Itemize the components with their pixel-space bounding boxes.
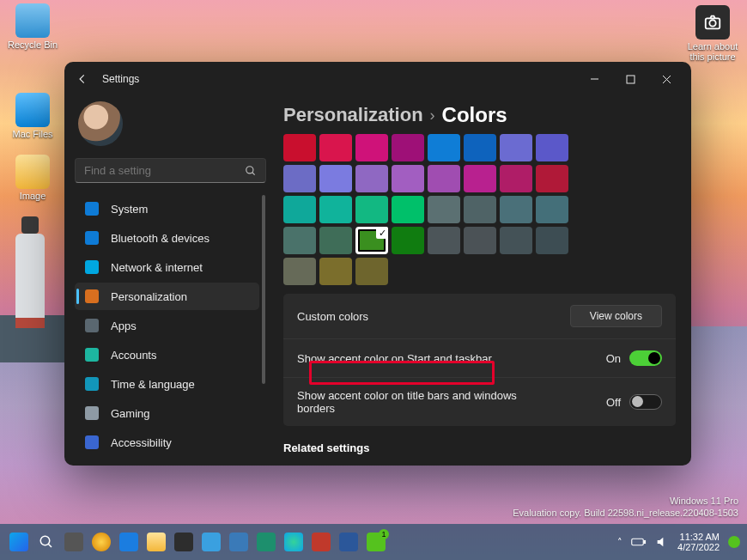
taskbar-clock[interactable]: 11:32 AM4/27/2022 bbox=[677, 532, 720, 552]
settings-card: Custom colors View colors Show accent co… bbox=[283, 294, 676, 426]
color-swatch[interactable] bbox=[464, 196, 496, 223]
taskbar-app[interactable] bbox=[117, 530, 141, 554]
taskbar-app[interactable] bbox=[199, 530, 223, 554]
color-swatch[interactable] bbox=[464, 227, 496, 254]
chevron-right-icon: › bbox=[430, 107, 435, 125]
window-title: Settings bbox=[102, 73, 576, 85]
sidebar-scrollbar[interactable] bbox=[261, 195, 266, 457]
desktop-icon-label: Mac Files bbox=[12, 129, 52, 139]
color-swatch[interactable] bbox=[319, 196, 352, 223]
color-swatch[interactable] bbox=[319, 258, 352, 285]
color-swatch[interactable] bbox=[500, 134, 532, 161]
close-button[interactable] bbox=[648, 66, 684, 92]
taskbar-word[interactable] bbox=[337, 530, 361, 554]
back-button[interactable] bbox=[71, 68, 94, 90]
taskbar-app[interactable]: 1 bbox=[364, 530, 388, 554]
desktop-icon-mac-files[interactable]: Mac Files bbox=[7, 93, 58, 139]
tray-chevron-up-icon[interactable]: ˄ bbox=[617, 537, 622, 548]
color-swatch[interactable] bbox=[500, 196, 532, 223]
color-swatch[interactable] bbox=[428, 165, 460, 192]
view-colors-button[interactable]: View colors bbox=[570, 305, 662, 327]
nav-item-accessibility[interactable]: Accessibility bbox=[75, 429, 259, 456]
color-swatch[interactable] bbox=[355, 165, 388, 192]
word-icon bbox=[339, 533, 358, 551]
nav-item-bluetooth-devices[interactable]: Bluetooth & devices bbox=[75, 224, 259, 252]
color-swatch[interactable] bbox=[355, 134, 388, 161]
color-swatch[interactable] bbox=[319, 165, 352, 192]
color-swatch[interactable] bbox=[283, 165, 316, 192]
color-swatch[interactable] bbox=[428, 134, 460, 161]
color-swatch[interactable] bbox=[536, 196, 568, 223]
nav-item-system[interactable]: System bbox=[75, 195, 259, 222]
svg-line-7 bbox=[252, 172, 255, 174]
gear-icon bbox=[174, 533, 193, 551]
nav-item-gaming[interactable]: Gaming bbox=[75, 399, 259, 427]
toggle-state-text: Off bbox=[606, 396, 621, 409]
taskbar-explorer[interactable] bbox=[144, 530, 168, 554]
notification-indicator[interactable] bbox=[728, 536, 740, 548]
taskbar-app[interactable] bbox=[227, 530, 251, 554]
nav-label: Gaming bbox=[111, 407, 150, 420]
color-swatch[interactable] bbox=[319, 134, 352, 161]
color-swatch[interactable] bbox=[428, 196, 460, 223]
nav-item-accounts[interactable]: Accounts bbox=[75, 341, 259, 368]
nav-label: System bbox=[111, 203, 148, 216]
camera-icon bbox=[695, 5, 730, 40]
color-swatch[interactable] bbox=[464, 134, 496, 161]
color-swatch[interactable] bbox=[500, 227, 532, 254]
taskbar-app[interactable] bbox=[309, 530, 333, 554]
task-view-button[interactable] bbox=[62, 530, 86, 554]
color-swatch[interactable] bbox=[283, 196, 316, 223]
toggle-accent-start-taskbar[interactable] bbox=[629, 350, 662, 366]
color-swatch[interactable] bbox=[355, 196, 388, 223]
nav-icon bbox=[85, 202, 99, 216]
color-swatch[interactable] bbox=[392, 165, 424, 192]
taskbar-weather[interactable] bbox=[89, 530, 113, 554]
color-swatch[interactable] bbox=[319, 227, 352, 254]
user-avatar[interactable] bbox=[78, 101, 123, 146]
desktop-icon-image[interactable]: Image bbox=[7, 155, 58, 201]
color-swatch[interactable] bbox=[355, 258, 388, 285]
minimize-button[interactable] bbox=[576, 66, 612, 92]
nav-item-network-internet[interactable]: Network & internet bbox=[75, 253, 259, 281]
breadcrumb-parent[interactable]: Personalization bbox=[283, 104, 423, 126]
color-swatch[interactable] bbox=[283, 134, 316, 161]
color-swatch[interactable] bbox=[392, 134, 424, 161]
color-swatch[interactable] bbox=[428, 227, 460, 254]
system-tray: ˄ 11:32 AM4/27/2022 bbox=[617, 532, 740, 552]
task-view-icon bbox=[64, 533, 83, 551]
start-button[interactable] bbox=[7, 530, 31, 554]
taskbar-edge[interactable] bbox=[282, 530, 306, 554]
taskbar-settings[interactable] bbox=[172, 530, 196, 554]
desktop-icon-label: Learn about this picture bbox=[688, 41, 738, 62]
nav-item-personalization[interactable]: Personalization bbox=[75, 283, 259, 310]
battery-icon[interactable] bbox=[631, 537, 647, 547]
nav-item-time-language[interactable]: Time & language bbox=[75, 370, 259, 398]
nav-icon bbox=[85, 377, 99, 391]
search-button[interactable] bbox=[34, 530, 58, 554]
search-box[interactable] bbox=[75, 158, 266, 183]
color-swatch[interactable] bbox=[536, 165, 568, 192]
titlebar: Settings bbox=[64, 62, 691, 96]
volume-icon[interactable] bbox=[655, 535, 669, 549]
nav-item-apps[interactable]: Apps bbox=[75, 312, 259, 339]
color-swatch[interactable] bbox=[536, 134, 568, 161]
color-swatch[interactable] bbox=[283, 258, 316, 285]
taskbar-app[interactable] bbox=[254, 530, 278, 554]
accent-titlebar-label: Show accent color on title bars and wind… bbox=[297, 389, 555, 415]
toggle-state-text: On bbox=[606, 352, 621, 365]
color-swatch[interactable] bbox=[536, 227, 568, 254]
color-swatch[interactable] bbox=[392, 227, 424, 254]
color-swatch[interactable] bbox=[283, 227, 316, 254]
toggle-accent-titlebar[interactable] bbox=[629, 394, 662, 410]
desktop-icon-learn-about-picture[interactable]: Learn about this picture bbox=[687, 5, 738, 62]
maximize-button[interactable] bbox=[612, 66, 648, 92]
svg-line-9 bbox=[48, 544, 52, 547]
color-swatch[interactable] bbox=[464, 165, 496, 192]
color-swatch[interactable]: ✓ bbox=[355, 227, 388, 254]
nav-label: Accessibility bbox=[111, 436, 172, 449]
desktop-icon-recycle-bin[interactable]: Recycle Bin bbox=[7, 3, 58, 50]
color-swatch[interactable] bbox=[500, 165, 532, 192]
search-input[interactable] bbox=[84, 164, 245, 177]
color-swatch[interactable] bbox=[392, 196, 424, 223]
